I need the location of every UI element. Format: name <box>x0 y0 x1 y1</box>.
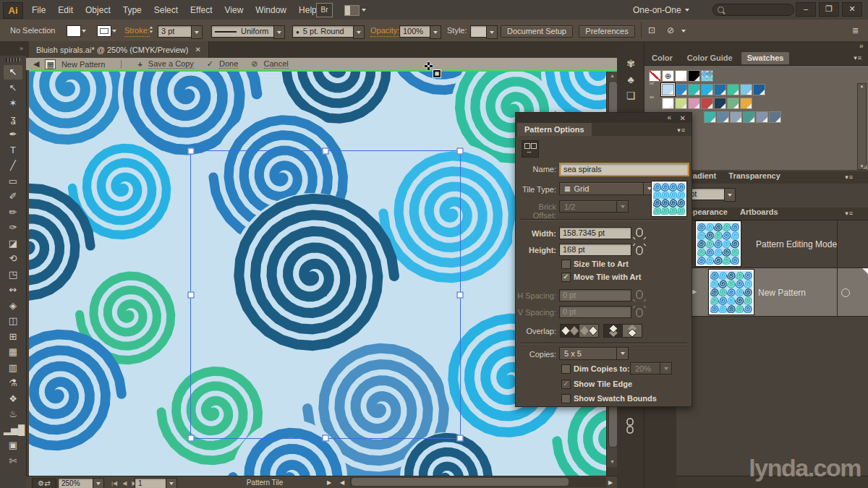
lasso-tool[interactable]: ʓ <box>4 112 22 127</box>
minimize-button[interactable]: – <box>796 2 816 17</box>
swatch-color[interactable] <box>675 84 687 95</box>
stroke-panel-link[interactable]: Stroke: <box>124 25 150 37</box>
move-tile-checkbox[interactable]: ✓ <box>561 273 571 282</box>
menu-edit[interactable]: Edit <box>58 5 73 15</box>
swatch-pattern[interactable] <box>701 70 713 82</box>
show-swatch-bounds-checkbox[interactable] <box>561 394 571 403</box>
menu-help[interactable]: Help <box>299 5 317 15</box>
line-segment-tool[interactable]: ╱ <box>4 158 22 173</box>
hscroll-right-icon[interactable]: ▶ <box>608 478 613 487</box>
swatch-color[interactable] <box>714 98 726 109</box>
artboard-caret[interactable] <box>166 478 177 488</box>
direct-selection-tool[interactable]: ↖ <box>4 81 22 95</box>
style-caret[interactable] <box>486 25 498 39</box>
tile-type-dropdown[interactable]: ▦ Grid <box>559 182 655 195</box>
size-tile-checkbox[interactable] <box>561 260 571 269</box>
workspace-switcher[interactable]: One-on-One <box>633 5 681 15</box>
swatch-color[interactable] <box>717 111 729 123</box>
swatch-color[interactable] <box>675 98 687 109</box>
rectangle-tool[interactable]: ▭ <box>4 174 22 189</box>
layers-panel-icon[interactable]: ❏ <box>622 89 639 102</box>
symbol-sprayer-tool[interactable]: ♨ <box>4 407 22 421</box>
arrange-documents-caret-icon[interactable] <box>362 9 366 12</box>
swatch-color[interactable] <box>688 98 700 109</box>
stroke-weight-field[interactable]: 3 pt <box>158 25 194 38</box>
swatch-scroll-up-icon[interactable]: ▲ <box>858 84 866 88</box>
layer-row[interactable]: Pattern Editing Mode <box>676 220 868 268</box>
overlap-right-front-button[interactable] <box>579 324 599 338</box>
tab-color-guide[interactable]: Color Guide <box>681 52 739 64</box>
swatch-color[interactable] <box>743 111 755 123</box>
first-artboard-button[interactable]: |◀ <box>111 480 117 487</box>
selection-tool[interactable]: ↖ <box>4 65 22 80</box>
width-profile-caret[interactable] <box>273 25 285 39</box>
horizontal-scrollbar[interactable] <box>350 477 606 487</box>
swatch-color[interactable] <box>704 111 716 123</box>
zoom-level-field[interactable]: 250% <box>58 478 95 488</box>
dialog-collapse-icon[interactable]: « <box>667 114 671 121</box>
menu-select[interactable]: Select <box>154 5 178 15</box>
pencil-tool[interactable]: ✏ <box>4 205 22 220</box>
pattern-tile-tool-button[interactable]: ↔ <box>522 140 539 158</box>
swatch-color[interactable] <box>730 111 742 123</box>
swatch-color[interactable] <box>688 84 700 95</box>
swatch-registration[interactable]: ⊕ <box>662 70 674 82</box>
free-transform-tool[interactable]: ◈ <box>4 299 22 313</box>
menu-view[interactable]: View <box>225 5 244 15</box>
artboard-tool[interactable]: ▣ <box>4 438 22 453</box>
panel-toggle-icon[interactable]: ≣ <box>852 25 858 36</box>
swatch-color[interactable] <box>675 70 687 82</box>
stroke-caret-icon[interactable] <box>112 30 116 33</box>
eyedropper-tool[interactable]: ⚗ <box>4 376 22 390</box>
exit-pattern-mode-icon[interactable]: ◀ <box>33 59 39 69</box>
stroke-weight-stepper[interactable] <box>149 26 153 33</box>
layer-thumbnail[interactable] <box>696 221 741 266</box>
tools-drag-handle[interactable] <box>6 58 20 61</box>
opacity-caret[interactable] <box>430 25 441 39</box>
dialog-header[interactable]: « ✕ <box>516 113 692 123</box>
mesh-tool[interactable]: ▦ <box>4 345 22 359</box>
hscroll-left-icon[interactable]: ◀ <box>340 478 344 487</box>
color-group-folder-icon[interactable] <box>649 84 661 95</box>
menu-window[interactable]: Window <box>255 5 286 15</box>
dim-copies-label[interactable]: Dim Copies to: <box>574 364 630 373</box>
swatch-color[interactable] <box>756 111 768 123</box>
stroke-weight-caret[interactable] <box>191 25 203 39</box>
layer-thumbnail[interactable] <box>709 270 754 314</box>
shape-builder-tool[interactable]: ◫ <box>4 314 22 328</box>
menu-file[interactable]: File <box>32 5 46 15</box>
fill-color-swatch[interactable] <box>67 25 81 37</box>
height-field[interactable]: 168 pt <box>559 244 631 256</box>
restore-button[interactable]: ❐ <box>819 2 839 17</box>
status-display[interactable]: Pattern Tile <box>207 478 323 487</box>
save-copy-plus-icon[interactable]: + <box>137 60 142 69</box>
perspective-grid-tool[interactable]: ⊞ <box>4 330 22 344</box>
opacity-panel-link[interactable]: Opacity: <box>370 25 399 37</box>
blob-brush-tool[interactable]: ✑ <box>4 221 22 235</box>
dim-copies-checkbox[interactable] <box>561 364 571 374</box>
link-panel-icon[interactable] <box>624 418 637 434</box>
scale-tool[interactable]: ◳ <box>4 267 22 282</box>
swatch-color[interactable] <box>753 84 765 95</box>
opacity-field[interactable]: 100% <box>399 25 433 38</box>
resize-grip-icon[interactable]: ◢ <box>863 163 867 170</box>
tab-artboards[interactable]: Artboards <box>740 207 778 216</box>
selection-handle[interactable] <box>457 291 464 298</box>
workspace-caret-icon[interactable] <box>685 9 689 12</box>
slice-tool[interactable]: ✄ <box>4 454 22 468</box>
eraser-tool[interactable]: ◪ <box>4 236 22 251</box>
brush-caret[interactable] <box>353 25 365 39</box>
swatch-color[interactable] <box>769 111 781 123</box>
brush-definition[interactable]: ●5 pt. Round <box>292 25 356 38</box>
swatch-color[interactable] <box>662 98 674 109</box>
width-tool[interactable]: ↭ <box>4 283 22 297</box>
swatches-panel-menu-icon[interactable]: ▾≡ <box>854 54 862 61</box>
selection-handle[interactable] <box>323 435 329 442</box>
selection-handle[interactable] <box>457 148 464 155</box>
done-button[interactable]: Done <box>219 59 238 69</box>
bridge-button[interactable]: Br <box>316 3 333 17</box>
canvas-rotation-icon[interactable]: ⚙⇄ <box>32 478 56 488</box>
overlap-left-front-button[interactable] <box>560 324 580 338</box>
scroll-up-icon[interactable]: ▲ <box>607 72 618 80</box>
select-similar-caret[interactable] <box>681 30 686 33</box>
